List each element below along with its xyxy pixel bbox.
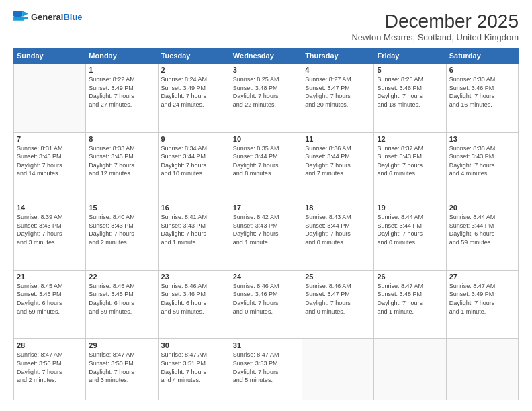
logo-icon [13, 11, 28, 23]
table-row: 31Sunrise: 8:47 AMSunset: 3:53 PMDayligh… [230, 339, 302, 400]
table-row: 16Sunrise: 8:41 AMSunset: 3:43 PMDayligh… [158, 201, 230, 271]
day-info: Sunrise: 8:45 AMSunset: 3:45 PMDaylight:… [89, 282, 154, 316]
table-row: 13Sunrise: 8:38 AMSunset: 3:43 PMDayligh… [446, 132, 518, 201]
day-number: 4 [305, 66, 371, 74]
col-sunday: Sunday [14, 48, 86, 64]
day-info: Sunrise: 8:43 AMSunset: 3:44 PMDaylight:… [305, 213, 371, 246]
table-row: 19Sunrise: 8:44 AMSunset: 3:44 PMDayligh… [374, 201, 446, 271]
table-row: 20Sunrise: 8:44 AMSunset: 3:44 PMDayligh… [446, 201, 518, 271]
day-info: Sunrise: 8:46 AMSunset: 3:46 PMDaylight:… [161, 282, 227, 316]
day-number: 21 [17, 273, 83, 281]
day-info: Sunrise: 8:42 AMSunset: 3:43 PMDaylight:… [233, 213, 299, 246]
day-number: 24 [233, 273, 299, 281]
col-wednesday: Wednesday [230, 48, 302, 64]
day-info: Sunrise: 8:25 AMSunset: 3:48 PMDaylight:… [233, 75, 299, 109]
day-number: 9 [161, 135, 227, 143]
table-row: 29Sunrise: 8:47 AMSunset: 3:50 PMDayligh… [86, 339, 158, 400]
day-info: Sunrise: 8:47 AMSunset: 3:53 PMDaylight:… [233, 351, 299, 384]
day-info: Sunrise: 8:40 AMSunset: 3:43 PMDaylight:… [89, 213, 154, 246]
day-info: Sunrise: 8:37 AMSunset: 3:43 PMDaylight:… [377, 144, 443, 178]
table-row: 7Sunrise: 8:31 AMSunset: 3:45 PMDaylight… [14, 132, 86, 201]
table-row: 23Sunrise: 8:46 AMSunset: 3:46 PMDayligh… [158, 270, 230, 339]
day-info: Sunrise: 8:38 AMSunset: 3:43 PMDaylight:… [449, 144, 515, 178]
table-row: 30Sunrise: 8:47 AMSunset: 3:51 PMDayligh… [158, 339, 230, 400]
day-number: 3 [233, 66, 299, 74]
table-row: 15Sunrise: 8:40 AMSunset: 3:43 PMDayligh… [86, 201, 158, 271]
day-number: 14 [17, 203, 83, 212]
day-number: 29 [89, 341, 154, 349]
day-number: 12 [377, 135, 443, 143]
day-info: Sunrise: 8:46 AMSunset: 3:47 PMDaylight:… [305, 282, 371, 316]
svg-marker-1 [22, 11, 28, 17]
table-row: 24Sunrise: 8:46 AMSunset: 3:46 PMDayligh… [230, 270, 302, 339]
day-number: 26 [377, 273, 443, 281]
day-number: 30 [161, 341, 227, 349]
day-number: 2 [161, 66, 227, 74]
day-info: Sunrise: 8:30 AMSunset: 3:46 PMDaylight:… [449, 75, 515, 109]
day-info: Sunrise: 8:44 AMSunset: 3:44 PMDaylight:… [449, 213, 515, 246]
day-info: Sunrise: 8:34 AMSunset: 3:44 PMDaylight:… [161, 144, 227, 178]
col-thursday: Thursday [302, 48, 374, 64]
day-info: Sunrise: 8:47 AMSunset: 3:50 PMDaylight:… [89, 351, 154, 384]
day-number: 18 [305, 203, 371, 212]
day-info: Sunrise: 8:36 AMSunset: 3:44 PMDaylight:… [305, 144, 371, 178]
table-row [302, 339, 374, 400]
table-row: 2Sunrise: 8:24 AMSunset: 3:49 PMDaylight… [158, 64, 230, 133]
svg-rect-3 [13, 19, 24, 21]
day-number: 1 [89, 66, 154, 74]
location: Newton Mearns, Scotland, United Kingdom [351, 32, 519, 42]
day-number: 6 [449, 66, 515, 74]
day-number: 25 [305, 273, 371, 281]
month-title: December 2025 [351, 11, 519, 32]
day-info: Sunrise: 8:47 AMSunset: 3:49 PMDaylight:… [449, 282, 515, 316]
header: GeneralBlue December 2025 Newton Mearns,… [13, 11, 519, 42]
logo: GeneralBlue [13, 11, 83, 23]
table-row: 26Sunrise: 8:47 AMSunset: 3:48 PMDayligh… [374, 270, 446, 339]
day-number: 27 [449, 273, 515, 281]
table-row [14, 64, 86, 133]
day-number: 11 [305, 135, 371, 143]
day-info: Sunrise: 8:22 AMSunset: 3:49 PMDaylight:… [89, 75, 154, 109]
logo-text: GeneralBlue [31, 12, 83, 22]
day-number: 22 [89, 273, 154, 281]
day-info: Sunrise: 8:46 AMSunset: 3:46 PMDaylight:… [233, 282, 299, 316]
table-row: 9Sunrise: 8:34 AMSunset: 3:44 PMDaylight… [158, 132, 230, 201]
col-monday: Monday [86, 48, 158, 64]
table-row: 18Sunrise: 8:43 AMSunset: 3:44 PMDayligh… [302, 201, 374, 271]
table-row: 27Sunrise: 8:47 AMSunset: 3:49 PMDayligh… [446, 270, 518, 339]
day-number: 15 [89, 203, 154, 212]
day-number: 31 [233, 341, 299, 349]
table-row: 14Sunrise: 8:39 AMSunset: 3:43 PMDayligh… [14, 201, 86, 271]
table-row [446, 339, 518, 400]
calendar-header-row: Sunday Monday Tuesday Wednesday Thursday… [14, 48, 519, 64]
day-number: 10 [233, 135, 299, 143]
day-number: 19 [377, 203, 443, 212]
day-info: Sunrise: 8:27 AMSunset: 3:47 PMDaylight:… [305, 75, 371, 109]
calendar-table: Sunday Monday Tuesday Wednesday Thursday… [13, 48, 519, 400]
day-number: 16 [161, 203, 227, 212]
title-block: December 2025 Newton Mearns, Scotland, U… [351, 11, 519, 42]
day-number: 5 [377, 66, 443, 74]
table-row: 4Sunrise: 8:27 AMSunset: 3:47 PMDaylight… [302, 64, 374, 133]
day-number: 8 [89, 135, 154, 143]
table-row: 1Sunrise: 8:22 AMSunset: 3:49 PMDaylight… [86, 64, 158, 133]
day-info: Sunrise: 8:39 AMSunset: 3:43 PMDaylight:… [17, 213, 83, 246]
table-row: 10Sunrise: 8:35 AMSunset: 3:44 PMDayligh… [230, 132, 302, 201]
day-number: 20 [449, 203, 515, 212]
table-row: 17Sunrise: 8:42 AMSunset: 3:43 PMDayligh… [230, 201, 302, 271]
col-saturday: Saturday [446, 48, 518, 64]
table-row [374, 339, 446, 400]
day-info: Sunrise: 8:41 AMSunset: 3:43 PMDaylight:… [161, 213, 227, 246]
day-number: 23 [161, 273, 227, 281]
day-number: 13 [449, 135, 515, 143]
col-tuesday: Tuesday [158, 48, 230, 64]
day-number: 17 [233, 203, 299, 212]
table-row: 5Sunrise: 8:28 AMSunset: 3:46 PMDaylight… [374, 64, 446, 133]
table-row: 22Sunrise: 8:45 AMSunset: 3:45 PMDayligh… [86, 270, 158, 339]
table-row: 11Sunrise: 8:36 AMSunset: 3:44 PMDayligh… [302, 132, 374, 201]
day-info: Sunrise: 8:45 AMSunset: 3:45 PMDaylight:… [17, 282, 83, 316]
day-info: Sunrise: 8:35 AMSunset: 3:44 PMDaylight:… [233, 144, 299, 178]
page: GeneralBlue December 2025 Newton Mearns,… [0, 0, 532, 411]
table-row: 25Sunrise: 8:46 AMSunset: 3:47 PMDayligh… [302, 270, 374, 339]
table-row: 6Sunrise: 8:30 AMSunset: 3:46 PMDaylight… [446, 64, 518, 133]
